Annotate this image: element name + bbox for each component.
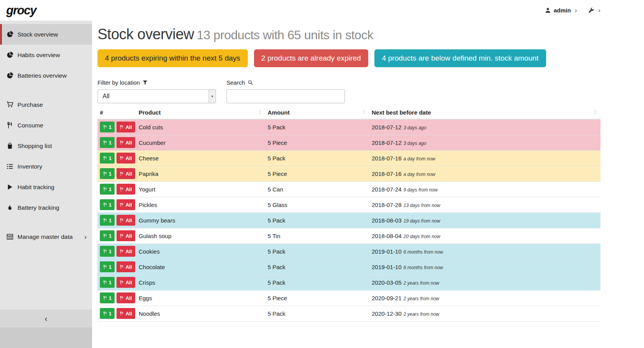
consume-one-button[interactable]: 1 <box>100 199 115 210</box>
below-min-stock-badge[interactable]: 4 products are below defined min. stock … <box>374 49 546 67</box>
bag-icon <box>7 143 13 149</box>
product-name: Gulash soup <box>136 228 265 244</box>
utensils-icon <box>120 280 124 285</box>
utensils-icon <box>120 264 124 270</box>
sidebar-item-consume[interactable]: Consume <box>0 115 92 136</box>
stock-table: # Product Amount Next best before date 1… <box>97 108 600 322</box>
best-before-date: 2018-07-16a day from now <box>369 166 600 181</box>
sidebar-item-stock-overview[interactable]: Stock overview <box>0 24 92 45</box>
consume-all-button[interactable]: All <box>117 199 135 210</box>
sidebar-item-habits-overview[interactable]: Habits overview <box>0 45 92 65</box>
table-row: 1AllGulash soup5 Tin2018-08-0420 days fr… <box>97 228 600 244</box>
user-menu[interactable]: admin › <box>545 7 577 14</box>
column-header-amount[interactable]: Amount <box>265 108 369 119</box>
sidebar-item-batteries-overview[interactable]: Batteries overview <box>0 65 92 86</box>
consume-one-button[interactable]: 1 <box>100 168 115 179</box>
sidebar-item-habit-tracking[interactable]: Habit tracking <box>0 177 92 197</box>
sidebar-collapse-button[interactable]: ‹ <box>0 310 92 327</box>
location-select[interactable]: All ▾ <box>97 89 216 103</box>
expiring-badge[interactable]: 4 products expiring within the next 5 da… <box>97 49 248 67</box>
table-row: 1AllGummy bears5 Pack2018-08-0319 days f… <box>97 212 600 228</box>
consume-all-button[interactable]: All <box>117 168 135 179</box>
product-amount: 5 Piece <box>265 135 369 150</box>
consume-one-button[interactable]: 1 <box>100 137 115 148</box>
product-amount: 5 Pack <box>265 119 369 135</box>
search-label: Search <box>226 79 345 86</box>
column-header-best-before-date[interactable]: Next best before date <box>369 108 600 119</box>
consume-all-button[interactable]: All <box>117 308 135 319</box>
consume-all-button[interactable]: All <box>117 184 135 195</box>
utensils-icon <box>103 280 107 285</box>
utensils-icon <box>103 156 107 161</box>
sort-icon[interactable] <box>593 109 598 115</box>
search-input[interactable] <box>226 89 345 103</box>
sidebar-item-label: Shopping list <box>17 143 52 150</box>
consume-all-button[interactable]: All <box>117 137 135 148</box>
wrench-icon <box>588 7 594 13</box>
play-icon <box>7 184 13 190</box>
consume-all-button[interactable]: All <box>117 122 135 132</box>
product-amount: 5 Pack <box>265 259 369 275</box>
consume-all-button[interactable]: All <box>117 277 135 288</box>
pie-chart-icon <box>7 31 13 38</box>
sidebar-item-shopping-list[interactable]: Shopping list <box>0 136 92 156</box>
sidebar-item-manage-master-data[interactable]: Manage master data› <box>0 226 92 247</box>
consume-all-button[interactable]: All <box>117 230 135 241</box>
consume-one-button[interactable]: 1 <box>100 215 115 226</box>
consume-one-button[interactable]: 1 <box>100 153 115 164</box>
sidebar-item-purchase[interactable]: Purchase <box>0 94 92 115</box>
consume-one-button[interactable]: 1 <box>100 292 115 303</box>
sidebar-item-label: Stock overview <box>17 31 58 38</box>
table-row: 1AllChocolate5 Pack2019-01-106 months fr… <box>97 259 600 275</box>
consume-all-button[interactable]: All <box>117 215 135 226</box>
consume-one-button[interactable]: 1 <box>100 277 115 288</box>
table-row: 1AllCookies5 Pack2019-01-106 months from… <box>97 244 600 259</box>
chevron-right-icon: › <box>597 7 600 14</box>
product-name: Cucumber <box>136 135 265 150</box>
sort-icon[interactable] <box>258 109 263 115</box>
sidebar-item-inventory[interactable]: Inventory <box>0 156 92 177</box>
pie-chart-icon <box>7 72 13 79</box>
utensils-icon <box>103 264 107 270</box>
sidebar-item-battery-tracking[interactable]: Battery tracking <box>0 197 92 218</box>
flame-icon <box>7 204 13 211</box>
sidebar-footer <box>0 327 92 348</box>
product-name: Pickles <box>136 197 265 212</box>
utensils-icon <box>103 296 107 301</box>
filter-label-text: Filter by location <box>97 79 140 86</box>
utensils-icon <box>120 233 124 238</box>
chevron-right-icon: › <box>84 233 87 241</box>
settings-menu[interactable]: › <box>588 7 600 14</box>
sidebar-item-label: Inventory <box>17 163 42 170</box>
consume-one-button[interactable]: 1 <box>100 261 115 272</box>
sidebar-item-label: Manage master data <box>17 233 73 240</box>
consume-one-button[interactable]: 1 <box>100 230 115 241</box>
consume-one-button[interactable]: 1 <box>100 184 115 195</box>
topbar-menu: admin › › <box>545 7 600 14</box>
product-amount: 5 Pack <box>265 212 369 228</box>
consume-one-button[interactable]: 1 <box>100 308 115 319</box>
consume-all-button[interactable]: All <box>117 292 135 303</box>
sidebar: Stock overviewHabits overviewBatteries o… <box>0 21 92 348</box>
utensils-icon <box>120 125 124 130</box>
consume-one-button[interactable]: 1 <box>100 122 115 132</box>
consume-all-button[interactable]: All <box>117 246 135 257</box>
expired-badge[interactable]: 2 products are already expired <box>254 49 369 67</box>
product-amount: 5 Tin <box>265 228 369 244</box>
utensils-icon <box>120 140 124 145</box>
utensils-icon <box>120 311 124 316</box>
consume-all-button[interactable]: All <box>117 153 135 164</box>
sidebar-item-label: Habits overview <box>17 52 60 59</box>
sort-icon[interactable] <box>362 109 367 115</box>
product-name: Eggs <box>136 290 265 306</box>
consume-all-button[interactable]: All <box>117 261 135 272</box>
best-before-date: 2018-07-249 days from now <box>369 181 600 197</box>
utensils-icon <box>103 125 107 130</box>
status-badges: 4 products expiring within the next 5 da… <box>97 49 644 67</box>
utensils-icon <box>7 122 13 129</box>
best-before-date: 2019-01-106 months from now <box>369 244 600 259</box>
column-header-product[interactable]: Product <box>136 108 265 119</box>
utensils-icon <box>120 218 124 223</box>
sidebar-item-label: Consume <box>17 122 43 129</box>
consume-one-button[interactable]: 1 <box>100 246 115 257</box>
